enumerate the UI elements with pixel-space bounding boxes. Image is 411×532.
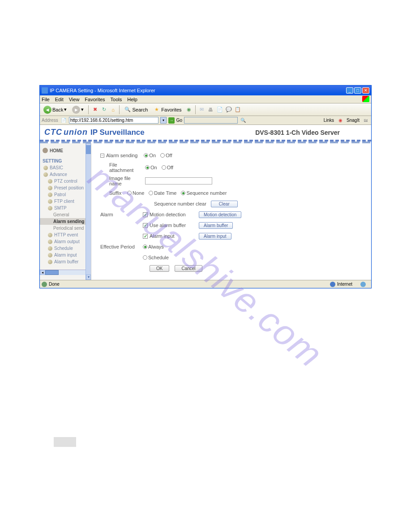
- separator: [88, 105, 89, 114]
- motion-detection-checkbox[interactable]: [143, 212, 148, 217]
- motion-detection-button[interactable]: Motion detection: [199, 211, 241, 218]
- back-button[interactable]: ◄ Back ▾: [42, 105, 68, 115]
- sidebar-item-schedule[interactable]: Schedule: [40, 245, 91, 252]
- window-title: IP CAMERA Setting - Microsoft Internet E…: [50, 88, 346, 93]
- search-input[interactable]: [184, 117, 238, 124]
- sidebar-item-ptz[interactable]: PTZ control: [40, 178, 91, 184]
- maximize-button[interactable]: □: [354, 87, 361, 94]
- separator: [119, 105, 120, 114]
- bullet-icon: [48, 193, 52, 197]
- alarm-sending-off-radio[interactable]: [160, 153, 165, 158]
- alarm-label: Alarm: [100, 212, 143, 217]
- bullet-icon: [43, 166, 48, 170]
- dropdown-icon: ▾: [81, 107, 84, 112]
- snagit-label[interactable]: SnagIt: [347, 118, 360, 123]
- sidebar-item-basic[interactable]: BASIC: [40, 164, 91, 171]
- sidebar-item-label: Periodical send: [53, 226, 84, 231]
- menu-bar: File Edit View Favorites Tools Help: [40, 95, 371, 103]
- go-button[interactable]: →: [168, 117, 175, 124]
- media-icon[interactable]: ◉: [185, 106, 193, 113]
- seqnum-label: Sequence number: [186, 190, 227, 196]
- refresh-icon[interactable]: ↻: [100, 106, 107, 113]
- status-bar: Done Internet: [40, 280, 371, 288]
- schedule-radio[interactable]: [143, 255, 147, 260]
- sidebar-item-label: Advance: [50, 172, 67, 177]
- alarm-sending-on-radio[interactable]: [144, 153, 148, 158]
- scroll-thumb[interactable]: [86, 145, 91, 154]
- url-dropdown-icon[interactable]: ▾: [160, 117, 167, 124]
- sidebar-section-setting: SETTING: [40, 155, 91, 164]
- minimize-button[interactable]: _: [346, 87, 353, 94]
- separator: [195, 105, 196, 114]
- bullet-icon: [43, 172, 48, 177]
- close-button[interactable]: ✕: [362, 87, 369, 94]
- sidebar-item-patrol[interactable]: Patrol: [40, 191, 91, 198]
- sidebar-item-general[interactable]: General: [40, 211, 91, 218]
- menu-edit[interactable]: Edit: [55, 97, 64, 102]
- sidebar-scrollbar[interactable]: ▴ ▾: [86, 143, 91, 280]
- sidebar-item-alarm-sending[interactable]: Alarm sending: [40, 218, 91, 225]
- url-input[interactable]: [69, 117, 158, 124]
- sidebar-item-alarm-buffer[interactable]: Alarm buffer: [40, 258, 91, 265]
- off-label: Off: [167, 165, 173, 170]
- sidebar-item-smtp[interactable]: SMTP: [40, 205, 91, 211]
- alarm-buffer-button[interactable]: Alarm buffer: [199, 222, 233, 229]
- cancel-button[interactable]: Cancel: [175, 265, 202, 272]
- sidebar-item-label: Alarm sending: [53, 219, 84, 224]
- print-icon[interactable]: 🖶: [207, 106, 214, 113]
- links-label[interactable]: Links: [324, 118, 334, 123]
- always-radio[interactable]: [143, 245, 147, 249]
- mail-icon[interactable]: ✉: [198, 106, 206, 113]
- sidebar-item-http-event[interactable]: HTTP event: [40, 232, 91, 238]
- edit-icon[interactable]: 📄: [216, 106, 223, 113]
- alarm-input-button[interactable]: Alarm input: [199, 233, 231, 240]
- datetime-label: Date Time: [154, 190, 176, 196]
- favorites-button[interactable]: ★ Favorites: [151, 105, 183, 114]
- menu-view[interactable]: View: [69, 97, 80, 102]
- sidebar-item-ftp[interactable]: FTP client: [40, 198, 91, 205]
- sidebar-item-alarm-output[interactable]: Alarm output: [40, 238, 91, 245]
- clear-button[interactable]: Clear: [211, 201, 238, 207]
- snagit-icon[interactable]: ◉: [337, 117, 344, 124]
- sidebar-item-alarm-input[interactable]: Alarm input: [40, 252, 91, 258]
- collapse-icon[interactable]: −: [100, 154, 104, 158]
- browser-window: IP CAMERA Setting - Microsoft Internet E…: [39, 85, 372, 288]
- alarm-input-checkbox[interactable]: [143, 234, 148, 239]
- sidebar-item-advance[interactable]: Advance: [40, 171, 91, 178]
- bullet-icon: [48, 246, 52, 251]
- ok-button[interactable]: OK: [150, 265, 169, 272]
- security-icon[interactable]: [360, 282, 366, 287]
- image-file-name-input[interactable]: [145, 177, 212, 184]
- file-attachment-on-radio[interactable]: [145, 165, 150, 170]
- clipboard-icon[interactable]: 📋: [234, 106, 241, 113]
- forward-button[interactable]: ► ▾: [70, 105, 86, 115]
- always-label: Always: [148, 244, 164, 249]
- menu-file[interactable]: File: [42, 97, 50, 102]
- hscroll-thumb[interactable]: [45, 270, 59, 275]
- bullet-icon: [48, 206, 52, 210]
- sidebar-item-periodical[interactable]: Periodical send: [40, 225, 91, 232]
- menu-help[interactable]: Help: [127, 97, 137, 102]
- suffix-label: Suffix: [100, 190, 123, 196]
- favorites-label: Favorites: [161, 107, 181, 112]
- suffix-none-radio[interactable]: [127, 191, 132, 195]
- bullet-icon: [48, 186, 52, 190]
- sidebar-item-preset[interactable]: Preset position: [40, 184, 91, 191]
- menu-favorites[interactable]: Favorites: [85, 97, 105, 102]
- suffix-datetime-radio[interactable]: [149, 191, 153, 195]
- scroll-down-icon[interactable]: ▾: [86, 275, 91, 280]
- sidebar-home[interactable]: HOME: [40, 146, 91, 155]
- search-go-icon[interactable]: 🔍: [240, 117, 247, 124]
- menu-tools[interactable]: Tools: [111, 97, 122, 102]
- snagit-toolbar-icon[interactable]: 🖭: [362, 117, 369, 124]
- scroll-left-icon[interactable]: ◂: [40, 270, 45, 275]
- sidebar-hscrollbar[interactable]: ◂ ▸: [40, 270, 91, 275]
- toolbar: ◄ Back ▾ ► ▾ ✖ ↻ ⌂ 🔍 Search ★ Favorites …: [40, 103, 371, 116]
- home-icon[interactable]: ⌂: [109, 106, 116, 113]
- alarm-buffer-checkbox[interactable]: [143, 223, 148, 228]
- suffix-seqnum-radio[interactable]: [181, 191, 185, 195]
- file-attachment-off-radio[interactable]: [162, 165, 166, 170]
- stop-icon[interactable]: ✖: [91, 106, 98, 113]
- discuss-icon[interactable]: 💬: [225, 106, 232, 113]
- search-button[interactable]: 🔍 Search: [122, 105, 150, 114]
